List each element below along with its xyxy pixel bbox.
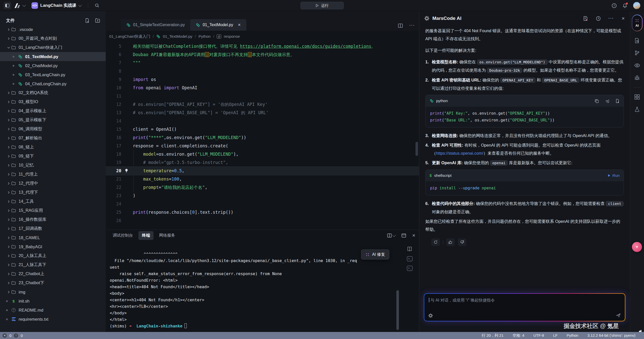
regenerate-button[interactable] xyxy=(431,238,440,246)
code-line-15[interactable]: 15client = OpenAI() xyxy=(106,125,419,134)
code-line-14[interactable]: 14 xyxy=(106,117,419,125)
terminal-scrollbar[interactable] xyxy=(396,290,399,330)
promo-badge[interactable]: ♥ xyxy=(632,242,642,252)
folder-row-13_代理下[interactable]: 13_代理下 xyxy=(0,188,106,197)
code-line-23[interactable]: 23) xyxy=(106,192,419,200)
new-chat-icon[interactable] xyxy=(583,16,588,21)
folder-row-23_Chatbot下[interactable]: 23_Chatbot下 xyxy=(0,278,106,287)
help-icon[interactable]: ? xyxy=(612,3,617,8)
new-file-icon[interactable] xyxy=(85,18,90,23)
folder-row-16_操作数据库[interactable]: 16_操作数据库 xyxy=(0,215,106,224)
tab-network-service[interactable]: 网络服务 xyxy=(156,231,179,240)
project-switcher[interactable]: </> LangChain 实战课 xyxy=(31,2,81,9)
eol[interactable]: LF xyxy=(553,333,558,338)
file-row-README.md[interactable]: ?README.md xyxy=(0,306,106,315)
close-ai-panel-icon[interactable]: ✕ xyxy=(622,16,625,21)
code-line-19[interactable]: 19 # model="gpt-3.5-turbo-instruct", xyxy=(106,158,419,167)
folder-row-17_回调函数[interactable]: 17_回调函数 xyxy=(0,224,106,233)
code-line-26[interactable]: 26 xyxy=(106,217,419,225)
tab-debug-console[interactable]: 调试控制台 xyxy=(109,231,136,240)
code-line-22[interactable]: 22 prompt="请给我的花店起个名", xyxy=(106,183,419,192)
run-code-button[interactable]: Run xyxy=(608,172,620,180)
tab-01-simpletextgeneration[interactable]: 01_SimpleTextGeneration.py xyxy=(121,19,190,31)
code-line-18[interactable]: 18 model=os.environ.get("LLM_MODELEND"), xyxy=(106,150,419,158)
code-line-20[interactable]: 20 temperature=0.5, xyxy=(106,167,419,175)
code-line-24[interactable]: 24 xyxy=(106,200,419,208)
ai-sidebar-button[interactable]: AI xyxy=(632,15,642,31)
code-line-25[interactable]: 25print(response.choices[0].text.strip()… xyxy=(106,208,419,217)
file-row-init.sh[interactable]: $init.sh xyxy=(0,296,106,306)
folder-row-00_开篇词_奇点时刻[interactable]: 00_开篇词_奇点时刻 xyxy=(0,34,106,43)
language-mode[interactable]: Python xyxy=(566,333,578,338)
terminal-output[interactable]: ^^^^^^^^^^^^^^ File "/home/cloudide/.loc… xyxy=(110,251,357,329)
editor-scrollbar[interactable] xyxy=(415,142,418,156)
preview-eye-icon[interactable] xyxy=(634,62,640,68)
marscode-logo[interactable] xyxy=(16,3,19,8)
folder-row-22_Chatbot上[interactable]: 22_Chatbot上 xyxy=(0,269,106,278)
folder-row-14_工具[interactable]: 14_工具 xyxy=(0,197,106,206)
folder-row-19_BabyAGI[interactable]: 19_BabyAGI xyxy=(0,242,106,251)
close-tab-icon[interactable]: ✕ xyxy=(238,23,241,27)
folder-row-12_代理中[interactable]: 12_代理中 xyxy=(0,179,106,188)
folder-row-10_记忆[interactable]: 10_记忆 xyxy=(0,161,106,170)
new-terminal-icon[interactable]: >_ xyxy=(407,256,412,261)
code-line-12[interactable]: 12# os.environ["OPENAI_API_KEY"] = '你的Op… xyxy=(106,100,419,109)
code-line-13[interactable]: 13# os.environ["OPENAI_BASE_URL"] = 'Ope… xyxy=(106,109,419,117)
tab-terminal[interactable]: 终端 xyxy=(138,231,154,240)
file-row-requirements.txt[interactable]: requirements.txt xyxy=(0,315,106,324)
sidebar-toggle-button[interactable] xyxy=(4,2,11,9)
more-actions-icon[interactable]: ··· xyxy=(409,23,415,28)
copy-icon[interactable] xyxy=(595,99,599,103)
chevron-down-icon[interactable] xyxy=(22,3,26,7)
folder-row-03_模型IO[interactable]: 03_模型IO xyxy=(0,97,106,106)
avatar[interactable] xyxy=(633,2,640,9)
new-file-from-code-icon[interactable] xyxy=(615,99,620,103)
folder-row-21_人脉工具下[interactable]: 21_人脉工具下 xyxy=(0,260,106,269)
code-line-7[interactable]: 7""" xyxy=(106,59,419,67)
code-line-16[interactable]: 16print("****",os.environ.get("LLM_MODEL… xyxy=(106,134,419,142)
run-button[interactable]: 运行 xyxy=(300,2,344,9)
insert-code-icon[interactable] xyxy=(605,99,609,103)
folder-row-05_提示模板下[interactable]: 05_提示模板下 xyxy=(0,115,106,124)
output-book-icon[interactable] xyxy=(407,246,412,252)
split-terminal-icon[interactable] xyxy=(387,233,395,238)
new-folder-icon[interactable] xyxy=(95,18,100,23)
file-row-03_TextLangChain.py[interactable]: 03_TextLangChain.py xyxy=(0,70,106,79)
file-row-01_TextModel.py[interactable]: 01_TextModel.py xyxy=(0,52,106,61)
folder-row-04_提示模板上[interactable]: 04_提示模板上 xyxy=(0,106,106,115)
python-interpreter[interactable]: 3.12.2 64-bit ('shims': pyenv) xyxy=(587,333,635,338)
extensions-grid-icon[interactable] xyxy=(634,94,640,100)
file-search-icon[interactable] xyxy=(634,38,640,44)
file-row-04_ChatLongChain.py[interactable]: 04_ChatLongChain.py xyxy=(0,79,106,88)
source-control-icon[interactable] xyxy=(634,50,640,56)
send-icon[interactable] xyxy=(616,313,621,318)
folder-row-.vscode[interactable]: .vscode xyxy=(0,25,106,34)
problems-indicator[interactable]: ✕ 0 ! 0 xyxy=(0,333,23,338)
search-icon[interactable] xyxy=(95,3,99,8)
code-line-8[interactable]: 8 xyxy=(106,67,419,75)
terminal-instance-icon[interactable]: >_ xyxy=(407,266,412,271)
ai-fix-button[interactable]: AI 修复 xyxy=(361,249,389,260)
more-options-icon[interactable]: ··· xyxy=(609,16,614,21)
cursor-position[interactable]: 行 20，列 21 xyxy=(482,333,504,338)
thumbs-down-button[interactable] xyxy=(458,238,466,246)
thumbs-up-button[interactable] xyxy=(446,238,455,246)
folder-row-15_RAG应用[interactable]: 15_RAG应用 xyxy=(0,206,106,215)
folder-row-08_链上[interactable]: 08_链上 xyxy=(0,143,106,152)
file-row-02_ChatModel.py[interactable]: 02_ChatModel.py xyxy=(0,61,106,70)
encoding[interactable]: UTF-8 xyxy=(533,333,544,338)
folder-row-07_解析输出[interactable]: 07_解析输出 xyxy=(0,134,106,143)
lightbulb-icon[interactable] xyxy=(124,168,129,173)
code-line-11[interactable]: 11 xyxy=(106,92,419,100)
notifications-bell-icon[interactable] xyxy=(622,3,627,8)
link[interactable]: https://status.openai.com/ xyxy=(436,151,483,155)
indentation[interactable]: 空格: 4 xyxy=(513,333,524,338)
history-icon[interactable] xyxy=(596,16,601,21)
folder-row-09_链下[interactable]: 09_链下 xyxy=(0,152,106,161)
breadcrumb[interactable]: 01_LangChain快速入门/ 01_TextModel.py/ Pytho… xyxy=(106,31,419,42)
folder-row-06_调用模型[interactable]: 06_调用模型 xyxy=(0,124,106,134)
folder-row-18_CAMEL[interactable]: 18_CAMEL xyxy=(0,233,106,242)
folder-row-20_人脉工具上[interactable]: 20_人脉工具上 xyxy=(0,251,106,260)
marscode-spark-icon[interactable] xyxy=(428,313,433,318)
folder-row-02_文档QA系统[interactable]: 02_文档QA系统 xyxy=(0,88,106,97)
